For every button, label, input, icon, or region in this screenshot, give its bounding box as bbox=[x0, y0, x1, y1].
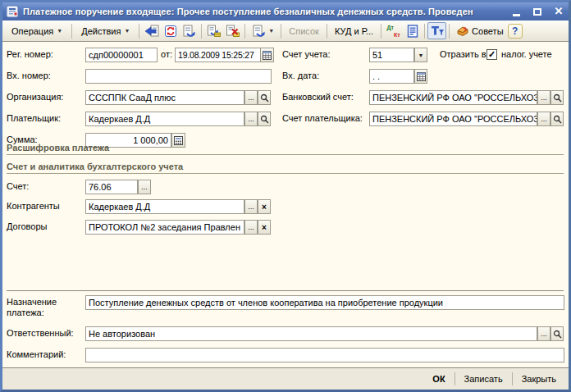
maximize-button[interactable] bbox=[532, 6, 543, 17]
chevron-down-icon: ▼ bbox=[418, 52, 424, 59]
operation-menu-label: Операция bbox=[11, 26, 53, 36]
toolbar-separator bbox=[281, 24, 281, 39]
toolbar-separator bbox=[71, 24, 72, 39]
magnifier-icon bbox=[260, 93, 269, 103]
clear-x-icon: × bbox=[262, 203, 267, 211]
calendar-icon bbox=[263, 51, 272, 60]
responsible-select-button[interactable]: ... bbox=[537, 326, 550, 341]
toolbar-separator bbox=[327, 24, 327, 39]
payer-account-field[interactable]: ПЕНЗЕНСКИЙ РФ ОАО "РОССЕЛЬХОЗ bbox=[369, 112, 537, 126]
ok-button[interactable]: ОК bbox=[423, 371, 454, 386]
bank-account-field[interactable]: ПЕНЗЕНСКИЙ РФ ОАО "РОССЕЛЬХОЗ bbox=[369, 90, 537, 105]
go-to-list-button[interactable] bbox=[142, 22, 161, 39]
payer-account-open-button[interactable] bbox=[550, 112, 564, 126]
tax-accounting-checkbox-label: налог. учете bbox=[501, 49, 552, 59]
responsible-field[interactable]: Не авторизован bbox=[85, 326, 537, 341]
responsible-open-button[interactable] bbox=[550, 326, 564, 341]
tips-button[interactable]: Советы bbox=[452, 22, 507, 39]
payer-account-select-button[interactable]: ... bbox=[537, 112, 550, 126]
account-main-field[interactable]: 51 bbox=[369, 48, 414, 62]
bank-account-select-button[interactable]: ... bbox=[537, 90, 550, 105]
detail-account-select-button[interactable]: ... bbox=[138, 180, 151, 194]
payer-field[interactable]: Кадеркаев Д.Д bbox=[85, 112, 244, 126]
payer-label: Плательщик: bbox=[7, 113, 61, 123]
toolbar: Операция ▼ Действия ▼ bbox=[2, 21, 569, 42]
form-area: Рег. номер: сдп00000001 от: 19.08.2009 1… bbox=[2, 42, 569, 367]
document-app-icon bbox=[6, 5, 19, 18]
actions-menu-label: Действия bbox=[81, 26, 121, 36]
journal-report-button[interactable] bbox=[403, 22, 422, 39]
purpose-label: Назначение платежа: bbox=[7, 297, 84, 318]
detail-account-field[interactable]: 76.06 bbox=[85, 180, 138, 194]
comment-field[interactable] bbox=[85, 348, 564, 362]
clear-x-icon: × bbox=[262, 224, 267, 231]
reread-button[interactable] bbox=[161, 22, 180, 39]
footer-separator bbox=[7, 290, 564, 291]
payment-order-window: Платежное поручение входящее: Прочее пос… bbox=[0, 0, 571, 392]
close-form-button[interactable]: Закрыть bbox=[513, 371, 565, 386]
organization-field[interactable]: СССППК СааД плюс bbox=[85, 90, 244, 105]
date-calendar-button[interactable] bbox=[260, 48, 274, 62]
in-date-calendar-button[interactable] bbox=[414, 69, 427, 84]
in-date-field[interactable]: . . bbox=[369, 69, 414, 84]
create-based-on-button[interactable]: ▼ bbox=[248, 22, 278, 39]
contractors-field[interactable]: Кадеркаев Д.Д bbox=[85, 199, 244, 214]
save-button[interactable]: Записать bbox=[455, 371, 512, 386]
payer-select-button[interactable]: ... bbox=[244, 112, 258, 126]
date-label: от: bbox=[161, 49, 172, 59]
list-button-disabled: Список bbox=[284, 26, 324, 36]
show-postings-button[interactable]: Дт Кт bbox=[384, 22, 403, 39]
contractors-clear-button[interactable]: × bbox=[258, 199, 271, 214]
letter-t-filter-icon bbox=[431, 25, 444, 37]
organization-label: Организация: bbox=[7, 92, 63, 102]
contracts-field[interactable]: ПРОТОКОЛ №2 заседания Правлен bbox=[85, 220, 244, 235]
unpost-document-button[interactable] bbox=[223, 22, 242, 39]
magnifier-icon bbox=[260, 115, 269, 124]
reg-number-field[interactable]: сдп00000001 bbox=[85, 48, 158, 62]
payer-account-label: Счет плательщика: bbox=[282, 113, 363, 123]
minimize-button[interactable] bbox=[510, 6, 522, 17]
post-document-button[interactable] bbox=[204, 22, 223, 39]
unpost-red-x-icon bbox=[226, 25, 240, 38]
list-back-arrow-icon bbox=[144, 25, 159, 38]
organization-open-button[interactable] bbox=[258, 90, 271, 105]
contracts-clear-button[interactable]: × bbox=[258, 220, 271, 235]
copy-document-button[interactable] bbox=[180, 22, 199, 39]
document-arrow-icon bbox=[182, 25, 196, 38]
contractors-select-button[interactable]: ... bbox=[244, 199, 258, 214]
magnifier-icon bbox=[553, 93, 562, 103]
help-button[interactable]: ? bbox=[508, 24, 523, 39]
reflect-label: Отразить в: bbox=[440, 49, 489, 59]
responsible-label: Ответственный: bbox=[7, 328, 74, 338]
contractors-label: Контрагенты bbox=[7, 201, 60, 211]
post-db-arrow-icon bbox=[207, 25, 221, 38]
tips-label: Советы bbox=[472, 26, 503, 36]
section-accounting: Счет и аналитика бухгалтерского учета bbox=[7, 162, 564, 174]
tax-accounting-checkbox[interactable]: ✓ bbox=[486, 49, 497, 60]
purpose-field[interactable]: Поступление денежных средств от членов к… bbox=[85, 295, 564, 310]
date-field[interactable]: 19.08.2009 15:25:27 bbox=[175, 48, 261, 62]
close-button[interactable]: ✕ bbox=[553, 6, 564, 17]
actions-menu-button[interactable]: Действия ▼ bbox=[75, 23, 136, 39]
type-filter-toggle-button[interactable] bbox=[427, 22, 446, 39]
kud-button[interactable]: КУД и Р... bbox=[330, 26, 378, 36]
bank-account-open-button[interactable] bbox=[550, 90, 564, 105]
contracts-select-button[interactable]: ... bbox=[244, 220, 258, 235]
in-number-field[interactable] bbox=[85, 69, 272, 84]
bottom-button-bar: ОК Записать Закрыть bbox=[2, 367, 569, 390]
calendar-icon bbox=[417, 72, 426, 81]
toolbar-separator bbox=[424, 24, 425, 39]
operation-menu-button[interactable]: Операция ▼ bbox=[5, 23, 69, 39]
toolbar-separator bbox=[381, 24, 381, 39]
journal-document-icon bbox=[407, 25, 418, 38]
chevron-down-icon: ▼ bbox=[268, 28, 274, 34]
account-main-label: Счет учета: bbox=[282, 49, 330, 59]
debit-credit-icon: Дт Кт bbox=[387, 25, 400, 38]
comment-label: Комментарий: bbox=[7, 349, 66, 359]
organization-select-button[interactable]: ... bbox=[244, 90, 258, 105]
payer-open-button[interactable] bbox=[258, 112, 271, 126]
in-number-label: Вх. номер: bbox=[7, 71, 51, 80]
title-bar: Платежное поручение входящее: Прочее пос… bbox=[2, 2, 569, 21]
account-main-dropdown-button[interactable]: ▼ bbox=[414, 48, 427, 62]
toolbar-separator bbox=[449, 24, 450, 39]
